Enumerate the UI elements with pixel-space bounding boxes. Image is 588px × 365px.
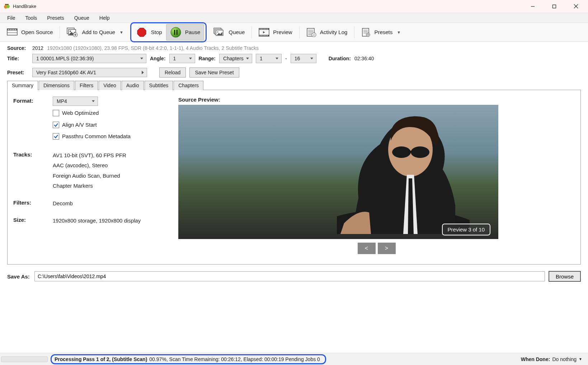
web-optimized-checkbox[interactable]: Web Optimized bbox=[53, 108, 164, 118]
svg-rect-4 bbox=[553, 5, 556, 8]
close-button[interactable] bbox=[565, 0, 587, 13]
status-rest: 00.97%, Scan Time Remaining: 00:26:12, E… bbox=[149, 356, 320, 362]
presets-label: Presets bbox=[374, 29, 392, 35]
svg-rect-40 bbox=[263, 35, 263, 36]
passthru-label: Passthru Common Metadata bbox=[62, 131, 131, 142]
when-done-label: When Done: bbox=[521, 356, 550, 362]
svg-rect-13 bbox=[15, 29, 16, 30]
activity-log-icon: i bbox=[306, 28, 316, 37]
window-title: HandBrake bbox=[13, 4, 36, 9]
passthru-checkbox[interactable]: Passthru Common Metadata bbox=[53, 131, 164, 142]
add-to-queue-button[interactable]: Add to Queue ▼ bbox=[63, 25, 127, 39]
title-label: Title: bbox=[7, 56, 29, 61]
preview-counter: Preview 3 of 10 bbox=[442, 224, 490, 235]
tab-filters[interactable]: Filters bbox=[75, 81, 98, 90]
svg-rect-38 bbox=[260, 35, 260, 36]
range-to-combo[interactable]: 16 bbox=[291, 54, 316, 63]
svg-rect-39 bbox=[261, 35, 262, 36]
menu-tools[interactable]: Tools bbox=[20, 14, 42, 22]
svg-rect-66 bbox=[410, 151, 413, 153]
stop-icon bbox=[136, 27, 147, 38]
pause-label: Pause bbox=[185, 29, 201, 35]
maximize-button[interactable] bbox=[544, 0, 565, 13]
svg-point-17 bbox=[70, 31, 71, 32]
app-icon bbox=[4, 3, 10, 10]
svg-point-56 bbox=[366, 33, 370, 37]
when-done-dropdown[interactable]: When Done: Do nothing ▼ bbox=[521, 356, 582, 362]
add-to-queue-label: Add to Queue bbox=[82, 29, 115, 35]
titlebar: HandBrake bbox=[0, 0, 588, 13]
source-preview-image: Preview 3 of 10 bbox=[178, 105, 498, 239]
activity-log-button[interactable]: i Activity Log bbox=[302, 25, 352, 39]
preset-combo[interactable]: Very Fast 2160p60 4K AV1 bbox=[32, 68, 147, 77]
filters-value: Decomb bbox=[53, 198, 164, 209]
menu-help[interactable]: Help bbox=[94, 14, 115, 22]
add-queue-icon bbox=[67, 28, 78, 37]
svg-rect-42 bbox=[265, 35, 266, 36]
svg-rect-41 bbox=[264, 35, 265, 36]
status-text-highlight: Processing Pass 1 of 2, (Subtitle Scan) … bbox=[51, 354, 326, 364]
range-from-combo[interactable]: 1 bbox=[256, 54, 282, 63]
svg-rect-11 bbox=[11, 29, 13, 30]
menu-presets[interactable]: Presets bbox=[42, 14, 69, 22]
open-source-button[interactable]: Open Source bbox=[3, 25, 57, 39]
status-bold: Processing Pass 1 of 2, (Subtitle Scan) bbox=[55, 356, 147, 362]
queue-button[interactable]: Queue bbox=[210, 25, 249, 39]
minimize-button[interactable] bbox=[522, 0, 544, 13]
tab-chapters[interactable]: Chapters bbox=[174, 81, 203, 90]
title-combo[interactable]: 1 00001.MPLS (02:36:39) bbox=[32, 54, 146, 63]
browse-button[interactable]: Browse bbox=[549, 271, 581, 282]
menubar: File Tools Presets Queue Help bbox=[0, 13, 588, 23]
range-type-combo[interactable]: Chapters bbox=[219, 54, 252, 63]
preview-prev-button[interactable]: < bbox=[358, 243, 376, 254]
toolbar: Open Source Add to Queue ▼ Stop Pause Qu… bbox=[0, 23, 588, 42]
format-combo[interactable]: MP4 bbox=[53, 97, 98, 106]
tab-subtitles[interactable]: Subtitles bbox=[145, 81, 173, 90]
menu-queue[interactable]: Queue bbox=[69, 14, 94, 22]
angle-combo[interactable]: 1 bbox=[169, 54, 195, 63]
svg-point-22 bbox=[171, 27, 181, 37]
align-av-checkbox[interactable]: Align A/V Start bbox=[53, 120, 164, 130]
preview-nav: < > bbox=[178, 243, 575, 254]
duration-label: Duration: bbox=[329, 56, 351, 61]
checkbox-icon bbox=[53, 110, 59, 116]
range-sep: - bbox=[285, 56, 287, 61]
source-label: Source: bbox=[7, 45, 29, 51]
stop-label: Stop bbox=[151, 29, 162, 35]
separator bbox=[60, 26, 60, 38]
tab-video[interactable]: Video bbox=[99, 81, 121, 90]
tab-panel-summary: Format: MP4 Web Optimized Align A/V Star… bbox=[7, 90, 581, 265]
preset-label: Preset: bbox=[7, 70, 29, 75]
tab-dimensions[interactable]: Dimensions bbox=[39, 81, 74, 90]
svg-rect-24 bbox=[176, 30, 178, 35]
minimize-icon bbox=[531, 4, 535, 9]
svg-rect-12 bbox=[13, 29, 14, 30]
stop-button[interactable]: Stop bbox=[132, 24, 166, 41]
source-meta: 1920x1080 (1920x1080), 23.98 FPS, SDR (8… bbox=[47, 45, 259, 51]
duration-value: 02:36:40 bbox=[354, 56, 374, 61]
save-path-input[interactable] bbox=[34, 271, 545, 281]
preview-next-button[interactable]: > bbox=[378, 243, 396, 254]
tab-audio[interactable]: Audio bbox=[122, 81, 144, 90]
presets-button[interactable]: Presets ▼ bbox=[357, 25, 405, 39]
web-optimized-label: Web Optimized bbox=[62, 108, 99, 118]
save-new-preset-button[interactable]: Save New Preset bbox=[189, 67, 239, 78]
source-section: Source: 2012 1920x1080 (1920x1080), 23.9… bbox=[0, 42, 588, 267]
pause-button[interactable]: Pause bbox=[166, 24, 204, 41]
svg-rect-36 bbox=[265, 29, 266, 29]
align-av-label: Align A/V Start bbox=[62, 120, 97, 130]
svg-rect-2 bbox=[5, 4, 9, 5]
svg-point-28 bbox=[217, 31, 218, 32]
menu-file[interactable]: File bbox=[2, 14, 20, 22]
close-icon bbox=[574, 4, 578, 9]
svg-marker-44 bbox=[263, 31, 265, 33]
svg-point-65 bbox=[411, 146, 429, 158]
tab-summary[interactable]: Summary bbox=[7, 81, 38, 90]
svg-rect-32 bbox=[260, 29, 260, 29]
svg-rect-34 bbox=[263, 29, 263, 29]
format-label: Format: bbox=[13, 97, 53, 104]
activity-log-label: Activity Log bbox=[320, 29, 348, 35]
separator bbox=[251, 26, 252, 38]
reload-preset-button[interactable]: Reload bbox=[159, 67, 186, 78]
preview-button[interactable]: Preview bbox=[255, 25, 296, 39]
